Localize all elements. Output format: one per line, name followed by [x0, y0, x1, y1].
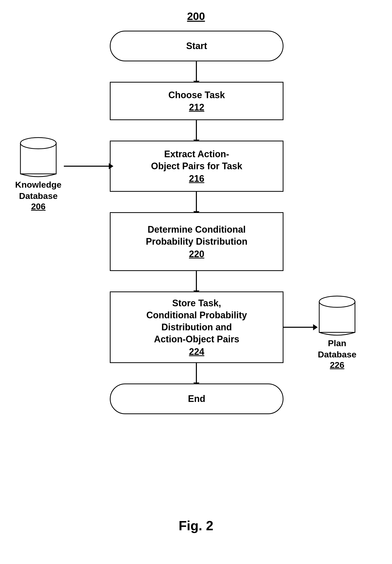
- plan-db-label: Plan Database: [312, 337, 363, 360]
- extract-action-box: Extract Action- Object Pairs for Task 21…: [110, 141, 283, 192]
- arrow-store-to-end: [196, 363, 197, 383]
- choose-task-number: 212: [189, 102, 204, 113]
- arrow-determine-to-store: [196, 271, 197, 291]
- diagram-container: 200 Start Choose Task 212 Extract Action…: [0, 0, 392, 564]
- knowledge-db-icon: [18, 133, 59, 179]
- arrow-store-to-plan-db: [283, 327, 314, 328]
- plan-db-number: 226: [330, 360, 345, 370]
- extract-action-label: Extract Action- Object Pairs for Task: [151, 148, 242, 172]
- plan-db-icon: [317, 291, 358, 337]
- arrow-start-to-choose: [196, 61, 197, 82]
- start-label: Start: [186, 40, 207, 52]
- knowledge-db-label: KnowledgeDatabase: [15, 179, 61, 201]
- choose-task-label: Choose Task: [168, 89, 225, 101]
- plan-db: Plan Database 226: [312, 291, 363, 370]
- store-task-label: Store Task, Conditional Probability Dist…: [146, 297, 247, 345]
- knowledge-db-number: 206: [31, 201, 46, 211]
- start-box: Start: [110, 31, 283, 61]
- arrow-knowledge-to-extract: [64, 166, 110, 167]
- store-task-number: 224: [189, 346, 204, 357]
- end-box: End: [110, 383, 283, 414]
- diagram-number: 200: [187, 10, 205, 22]
- determine-conditional-label: Determine Conditional Probability Distri…: [146, 224, 247, 248]
- store-task-box: Store Task, Conditional Probability Dist…: [110, 291, 283, 363]
- choose-task-box: Choose Task 212: [110, 82, 283, 120]
- fig-label: Fig. 2: [179, 518, 213, 533]
- svg-point-1: [20, 138, 56, 149]
- determine-conditional-number: 220: [189, 249, 204, 260]
- arrow-extract-to-determine: [196, 192, 197, 212]
- arrow-choose-to-extract: [196, 120, 197, 141]
- knowledge-db: KnowledgeDatabase 206: [13, 133, 64, 211]
- end-label: End: [188, 393, 205, 405]
- determine-conditional-box: Determine Conditional Probability Distri…: [110, 212, 283, 271]
- svg-point-3: [319, 296, 355, 307]
- extract-action-number: 216: [189, 173, 204, 184]
